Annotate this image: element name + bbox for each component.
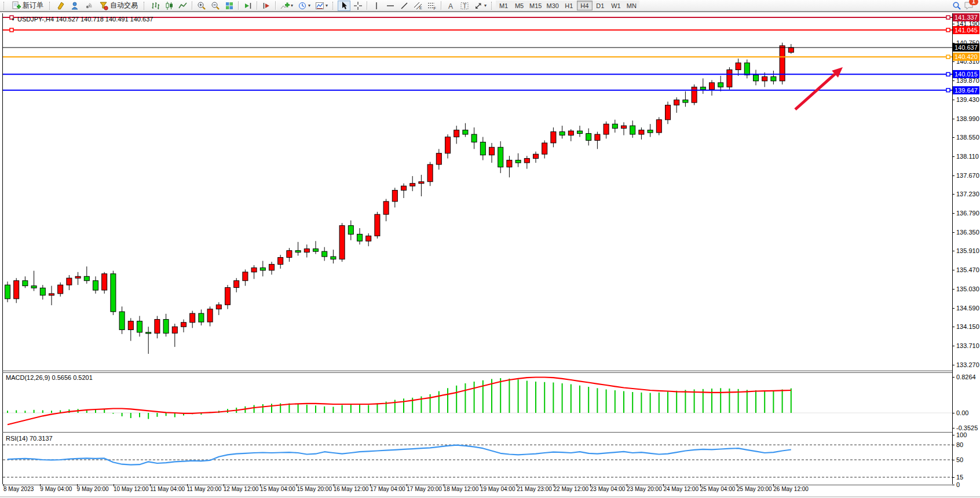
equidistant-channel-button[interactable]: E	[412, 1, 425, 11]
price-tick-label: 135.030	[956, 285, 979, 292]
line-handle[interactable]	[10, 28, 13, 32]
rsi-canvas[interactable]	[3, 434, 953, 485]
cursor-button[interactable]	[338, 1, 350, 11]
auto-scroll-button[interactable]	[242, 1, 254, 11]
community-button[interactable]	[68, 1, 81, 11]
price-tick-mark	[952, 61, 955, 62]
date-tick-mark	[737, 484, 737, 486]
date-label: 23 May 04:00	[590, 486, 626, 492]
price-axis[interactable]: 141.190140.750140.310139.870139.430138.9…	[952, 12, 980, 498]
timeframe-h1[interactable]: H1	[561, 1, 577, 10]
candle	[269, 264, 275, 270]
zoom-in-icon	[197, 1, 206, 10]
chat-button[interactable]: 1	[964, 1, 974, 10]
timeframe-h4[interactable]: H4	[577, 1, 593, 10]
text-icon: A	[446, 1, 455, 10]
candlestick-canvas[interactable]	[3, 13, 953, 370]
bar-chart-button[interactable]	[149, 1, 162, 11]
candle	[383, 202, 389, 214]
macd-canvas[interactable]	[3, 373, 953, 432]
tile-windows-button[interactable]	[223, 1, 236, 11]
zoom-out-button[interactable]	[209, 1, 222, 11]
svg-text:A: A	[448, 2, 453, 10]
rsi-tick-mark	[952, 460, 955, 460]
timeframe-d1[interactable]: D1	[593, 1, 608, 10]
metatrader-window: 新订单 自动交易	[0, 0, 980, 498]
indicators-button[interactable]: ▾	[279, 1, 295, 11]
price-badge: 141.337	[953, 13, 979, 21]
trendline-icon	[400, 1, 409, 10]
symbol-dropdown-icon[interactable]: ▼	[11, 17, 15, 21]
text-button[interactable]: A	[444, 1, 457, 11]
pane-divider[interactable]	[2, 432, 953, 433]
price-badge: 140.637	[953, 43, 979, 52]
price-pane[interactable]: ▼ USDJPY-,H4 140.527 140.718 140.491 140…	[3, 13, 953, 370]
date-label: 18 May 12:00	[444, 486, 479, 492]
price-badge: 140.015	[953, 70, 979, 78]
candle	[612, 124, 617, 128]
rsi-tick-label: 50	[956, 456, 963, 463]
candle	[419, 182, 424, 184]
arrows-button[interactable]: ▾	[472, 1, 488, 11]
crosshair-button[interactable]	[352, 1, 364, 11]
line-handle[interactable]	[946, 72, 950, 76]
brush-button[interactable]	[54, 1, 67, 11]
price-tick-mark	[952, 289, 955, 290]
candle	[102, 274, 107, 290]
price-tick-mark	[952, 137, 955, 138]
candle	[665, 105, 671, 120]
chart-shift-button[interactable]	[260, 1, 273, 11]
timeframe-m30[interactable]: M30	[544, 1, 561, 10]
timeframe-w1[interactable]: W1	[608, 1, 624, 10]
signals-button[interactable]	[82, 1, 95, 11]
candle	[471, 134, 477, 142]
pane-divider[interactable]	[2, 371, 953, 371]
zoom-in-button[interactable]	[195, 1, 208, 11]
line-handle[interactable]	[946, 16, 950, 19]
horizontal-line-button[interactable]	[384, 1, 397, 11]
dropdown-caret: ▾	[484, 3, 487, 8]
svg-text:E: E	[419, 6, 422, 10]
line-chart-button[interactable]	[177, 1, 189, 11]
new-order-button[interactable]: 新订单	[9, 1, 46, 11]
candle	[604, 124, 609, 134]
date-label: 9 May 04:00	[40, 486, 72, 492]
candle	[736, 63, 741, 70]
autotrading-icon	[99, 1, 108, 10]
line-handle[interactable]	[946, 28, 950, 32]
candlestick-series	[5, 43, 794, 354]
templates-button[interactable]: ▾	[313, 1, 330, 11]
toolbar-grip	[3, 2, 6, 10]
timeframe-m5[interactable]: M5	[511, 1, 527, 10]
search-button[interactable]	[950, 1, 963, 11]
periods-button[interactable]: ▾	[296, 1, 312, 11]
trendline-button[interactable]	[398, 1, 411, 11]
line-handle[interactable]	[946, 55, 950, 58]
price-tick-label: 134.590	[956, 305, 979, 312]
rsi-pane[interactable]: RSI(14) 70.3137	[3, 434, 953, 485]
vertical-line-button[interactable]	[370, 1, 383, 11]
timeframe-m15[interactable]: M15	[527, 1, 544, 10]
annotation-arrow[interactable]	[795, 74, 835, 109]
timeframe-m1[interactable]: M1	[496, 1, 511, 10]
date-tick-mark	[77, 484, 78, 486]
candle	[111, 274, 116, 312]
candlestick-chart-button[interactable]	[163, 1, 175, 11]
candle	[49, 294, 54, 295]
candle	[788, 47, 793, 52]
dropdown-caret: ▾	[326, 3, 328, 8]
date-axis[interactable]: 8 May 20239 May 04:009 May 20:0010 May 1…	[2, 486, 952, 495]
text-label-button[interactable]: T	[458, 1, 471, 11]
candle	[780, 46, 785, 81]
toolbar-separator	[441, 1, 442, 10]
fibonacci-button[interactable]: F	[426, 1, 438, 11]
candle	[454, 130, 459, 137]
text-label-icon: T	[460, 1, 469, 10]
line-handle[interactable]	[946, 89, 950, 92]
macd-tick-label: 0.00	[956, 409, 968, 416]
timeframe-mn[interactable]: MN	[624, 1, 639, 10]
autotrading-button[interactable]: 自动交易	[96, 1, 141, 11]
macd-pane[interactable]: MACD(12,26,9) 0.5656 0.5201	[3, 373, 953, 432]
candle	[163, 320, 169, 334]
price-axis-line	[952, 13, 953, 484]
